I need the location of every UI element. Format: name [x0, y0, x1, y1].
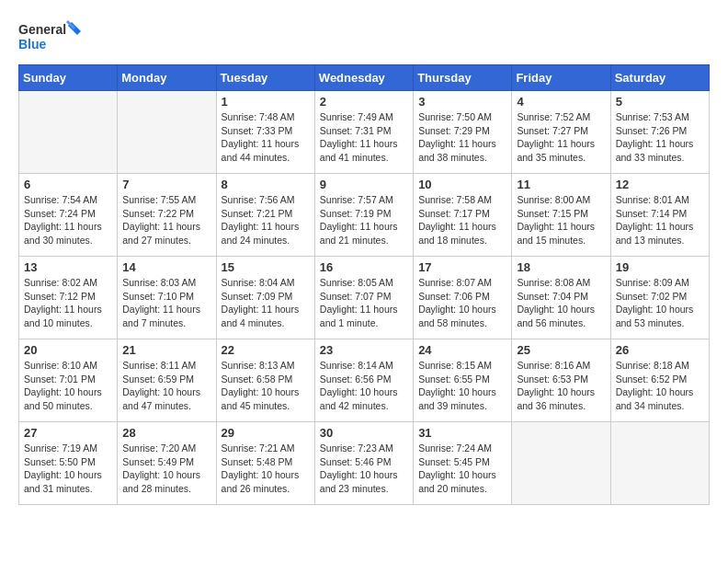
day-info: Sunrise: 7:53 AMSunset: 7:26 PMDaylight:… [616, 110, 704, 165]
day-number: 25 [517, 343, 605, 357]
sunset: Sunset: 7:26 PM [616, 125, 688, 136]
day-number: 28 [122, 426, 210, 440]
day-cell: 13Sunrise: 8:02 AMSunset: 7:12 PMDayligh… [19, 257, 118, 339]
sunrise: Sunrise: 7:52 AM [517, 111, 590, 122]
sunrise: Sunrise: 8:02 AM [24, 277, 97, 288]
svg-text:Blue: Blue [18, 37, 47, 52]
daylight: Daylight: 11 hours and 4 minutes. [222, 304, 300, 328]
sunset: Sunset: 7:02 PM [616, 291, 688, 302]
daylight: Daylight: 10 hours and 58 minutes. [418, 304, 496, 328]
daylight: Daylight: 10 hours and 53 minutes. [616, 304, 694, 328]
daylight: Daylight: 11 hours and 24 minutes. [222, 221, 300, 246]
day-number: 29 [222, 426, 310, 440]
sunset: Sunset: 5:45 PM [418, 456, 490, 467]
sunrise: Sunrise: 8:00 AM [517, 194, 590, 205]
sunset: Sunset: 6:56 PM [320, 373, 392, 385]
svg-text:General: General [18, 22, 66, 37]
day-cell: 9Sunrise: 7:57 AMSunset: 7:19 PMDaylight… [314, 174, 413, 257]
day-cell: 10Sunrise: 7:58 AMSunset: 7:17 PMDayligh… [414, 174, 512, 257]
sunset: Sunset: 6:52 PM [616, 373, 688, 385]
sunrise: Sunrise: 8:03 AM [122, 277, 196, 288]
daylight: Daylight: 10 hours and 23 minutes. [320, 469, 398, 494]
sunset: Sunset: 5:48 PM [222, 456, 293, 467]
day-cell: 20Sunrise: 8:10 AMSunset: 7:01 PMDayligh… [19, 339, 118, 422]
day-cell [118, 91, 216, 174]
day-cell: 5Sunrise: 7:53 AMSunset: 7:26 PMDaylight… [610, 91, 709, 174]
day-cell: 4Sunrise: 7:52 AMSunset: 7:27 PMDaylight… [512, 91, 610, 174]
day-number: 30 [320, 426, 408, 440]
day-cell: 15Sunrise: 8:04 AMSunset: 7:09 PMDayligh… [216, 257, 314, 339]
sunset: Sunset: 7:24 PM [24, 208, 96, 219]
week-row-1: 1Sunrise: 7:48 AMSunset: 7:33 PMDaylight… [19, 91, 710, 174]
day-info: Sunrise: 7:58 AMSunset: 7:17 PMDaylight:… [418, 193, 506, 247]
week-row-5: 27Sunrise: 7:19 AMSunset: 5:50 PMDayligh… [19, 422, 710, 505]
day-number: 13 [24, 260, 112, 274]
day-number: 12 [616, 178, 704, 191]
sunrise: Sunrise: 8:13 AM [222, 360, 295, 371]
sunrise: Sunrise: 7:53 AM [616, 111, 689, 122]
day-number: 22 [222, 343, 310, 357]
day-info: Sunrise: 7:54 AMSunset: 7:24 PMDaylight:… [24, 193, 112, 247]
day-info: Sunrise: 7:21 AMSunset: 5:48 PMDaylight:… [222, 442, 310, 496]
daylight: Daylight: 11 hours and 18 minutes. [418, 221, 496, 246]
daylight: Daylight: 11 hours and 1 minute. [320, 304, 398, 328]
day-info: Sunrise: 7:49 AMSunset: 7:31 PMDaylight:… [320, 110, 408, 165]
sunset: Sunset: 6:59 PM [122, 373, 194, 385]
day-cell: 6Sunrise: 7:54 AMSunset: 7:24 PMDaylight… [19, 174, 118, 257]
sunrise: Sunrise: 7:20 AM [122, 442, 196, 454]
sunrise: Sunrise: 8:09 AM [616, 277, 689, 288]
day-cell: 1Sunrise: 7:48 AMSunset: 7:33 PMDaylight… [216, 91, 314, 174]
daylight: Daylight: 10 hours and 28 minutes. [122, 469, 200, 494]
day-cell: 30Sunrise: 7:23 AMSunset: 5:46 PMDayligh… [314, 422, 413, 505]
day-info: Sunrise: 8:13 AMSunset: 6:58 PMDaylight:… [222, 359, 310, 413]
day-number: 17 [418, 260, 506, 274]
sunset: Sunset: 5:49 PM [122, 456, 194, 467]
column-header-thursday: Thursday [414, 65, 512, 91]
day-number: 9 [320, 178, 408, 191]
day-info: Sunrise: 8:16 AMSunset: 6:53 PMDaylight:… [517, 359, 605, 413]
day-info: Sunrise: 8:09 AMSunset: 7:02 PMDaylight:… [616, 276, 704, 330]
day-info: Sunrise: 8:03 AMSunset: 7:10 PMDaylight:… [122, 276, 210, 330]
sunset: Sunset: 5:46 PM [320, 456, 392, 467]
day-info: Sunrise: 8:04 AMSunset: 7:09 PMDaylight:… [222, 276, 310, 330]
column-header-friday: Friday [512, 65, 610, 91]
daylight: Daylight: 11 hours and 15 minutes. [517, 221, 595, 246]
sunset: Sunset: 5:50 PM [24, 456, 96, 467]
day-info: Sunrise: 8:00 AMSunset: 7:15 PMDaylight:… [517, 193, 605, 247]
sunrise: Sunrise: 7:57 AM [320, 194, 393, 205]
day-info: Sunrise: 8:05 AMSunset: 7:07 PMDaylight:… [320, 276, 408, 330]
sunrise: Sunrise: 8:08 AM [517, 277, 590, 288]
sunrise: Sunrise: 8:11 AM [122, 360, 196, 371]
sunset: Sunset: 7:10 PM [122, 291, 194, 302]
daylight: Daylight: 10 hours and 47 minutes. [122, 386, 200, 411]
day-cell: 26Sunrise: 8:18 AMSunset: 6:52 PMDayligh… [610, 339, 709, 422]
day-info: Sunrise: 7:56 AMSunset: 7:21 PMDaylight:… [222, 193, 310, 247]
day-number: 2 [320, 95, 408, 109]
day-cell: 24Sunrise: 8:15 AMSunset: 6:55 PMDayligh… [414, 339, 512, 422]
day-cell: 12Sunrise: 8:01 AMSunset: 7:14 PMDayligh… [610, 174, 709, 257]
day-cell: 8Sunrise: 7:56 AMSunset: 7:21 PMDaylight… [216, 174, 314, 257]
sunrise: Sunrise: 7:58 AM [418, 194, 492, 205]
daylight: Daylight: 10 hours and 50 minutes. [24, 386, 102, 411]
sunrise: Sunrise: 8:04 AM [222, 277, 295, 288]
sunrise: Sunrise: 8:07 AM [418, 277, 492, 288]
day-cell: 23Sunrise: 8:14 AMSunset: 6:56 PMDayligh… [314, 339, 413, 422]
day-info: Sunrise: 7:50 AMSunset: 7:29 PMDaylight:… [418, 110, 506, 165]
calendar-table: SundayMondayTuesdayWednesdayThursdayFrid… [18, 64, 710, 505]
daylight: Daylight: 10 hours and 20 minutes. [418, 469, 496, 494]
sunset: Sunset: 7:04 PM [517, 291, 588, 302]
day-info: Sunrise: 7:19 AMSunset: 5:50 PMDaylight:… [24, 442, 112, 496]
sunrise: Sunrise: 7:21 AM [222, 442, 295, 454]
daylight: Daylight: 11 hours and 13 minutes. [616, 221, 694, 246]
column-header-tuesday: Tuesday [216, 65, 314, 91]
day-cell: 19Sunrise: 8:09 AMSunset: 7:02 PMDayligh… [610, 257, 709, 339]
daylight: Daylight: 11 hours and 41 minutes. [320, 138, 398, 163]
day-cell: 31Sunrise: 7:24 AMSunset: 5:45 PMDayligh… [414, 422, 512, 505]
day-cell: 7Sunrise: 7:55 AMSunset: 7:22 PMDaylight… [118, 174, 216, 257]
day-number: 10 [418, 178, 506, 191]
day-info: Sunrise: 7:20 AMSunset: 5:49 PMDaylight:… [122, 442, 210, 496]
day-info: Sunrise: 8:08 AMSunset: 7:04 PMDaylight:… [517, 276, 605, 330]
sunset: Sunset: 7:15 PM [517, 208, 588, 219]
day-number: 11 [517, 178, 605, 191]
column-header-monday: Monday [118, 65, 216, 91]
